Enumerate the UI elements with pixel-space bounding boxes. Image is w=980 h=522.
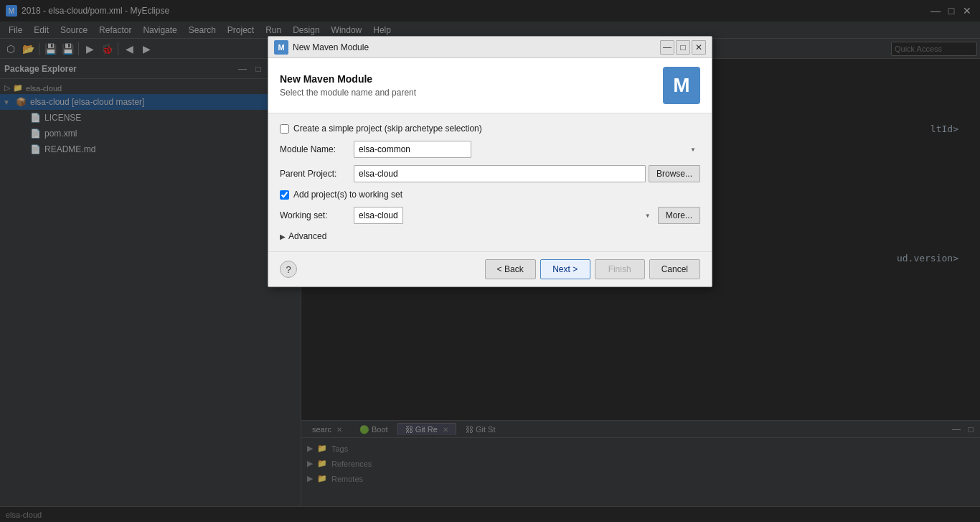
simple-project-label[interactable]: Create a simple project (skip archetype … — [293, 123, 482, 134]
dialog-footer-buttons: < Back Next > Finish Cancel — [485, 259, 700, 279]
dialog-title-buttons: — □ ✕ — [660, 40, 706, 55]
browse-button[interactable]: Browse... — [649, 165, 700, 182]
dialog-overlay: M New Maven Module — □ ✕ New Maven Modul… — [0, 0, 980, 522]
new-maven-module-dialog: M New Maven Module — □ ✕ New Maven Modul… — [268, 36, 712, 287]
dialog-restore-button[interactable]: □ — [676, 40, 690, 55]
simple-project-checkbox[interactable] — [280, 124, 289, 134]
parent-project-row: Parent Project: Browse... — [280, 165, 700, 182]
dialog-minimize-button[interactable]: — — [660, 40, 674, 55]
next-button[interactable]: Next > — [540, 259, 590, 279]
help-button[interactable]: ? — [280, 261, 297, 278]
more-button[interactable]: More... — [658, 207, 700, 224]
working-set-checkbox-row: Add project(s) to working set — [280, 190, 700, 200]
dialog-footer: ? < Back Next > Finish Cancel — [268, 251, 712, 286]
finish-button: Finish — [595, 259, 645, 279]
working-set-row: Working set: elsa-cloud More... — [280, 207, 700, 224]
dialog-header-subtitle: Select the module name and parent — [280, 88, 654, 98]
dialog-header-icon: M — [663, 67, 700, 104]
back-button[interactable]: < Back — [485, 259, 536, 279]
dialog-header: New Maven Module Select the module name … — [268, 58, 712, 113]
working-set-dropdown[interactable]: elsa-cloud — [354, 207, 403, 224]
parent-project-input[interactable] — [354, 165, 646, 182]
advanced-label: Advanced — [288, 231, 326, 241]
dialog-header-text: New Maven Module Select the module name … — [280, 73, 654, 98]
dialog-close-button[interactable]: ✕ — [692, 40, 706, 55]
dialog-title-text: New Maven Module — [293, 42, 656, 52]
working-set-dropdown-wrapper: elsa-cloud — [354, 207, 655, 224]
cancel-button[interactable]: Cancel — [649, 259, 700, 279]
dialog-title-bar: M New Maven Module — □ ✕ — [268, 37, 712, 58]
working-set-checkbox[interactable] — [280, 190, 289, 200]
module-name-label: Module Name: — [280, 144, 348, 154]
module-name-input[interactable] — [354, 141, 471, 158]
dialog-header-title: New Maven Module — [280, 73, 654, 85]
parent-project-label: Parent Project: — [280, 169, 348, 179]
advanced-row[interactable]: ▶ Advanced — [280, 231, 700, 241]
module-name-wrapper — [354, 141, 700, 158]
working-set-label: Working set: — [280, 210, 348, 220]
dialog-body: Create a simple project (skip archetype … — [268, 113, 712, 251]
module-name-row: Module Name: — [280, 141, 700, 158]
working-set-checkbox-label[interactable]: Add project(s) to working set — [293, 190, 402, 200]
working-set-input-group: elsa-cloud More... — [354, 207, 700, 224]
parent-project-input-group: Browse... — [354, 165, 700, 182]
simple-project-row: Create a simple project (skip archetype … — [280, 123, 700, 134]
dialog-maven-icon-label: M — [673, 74, 689, 97]
dialog-title-icon: M — [274, 40, 288, 55]
advanced-arrow-icon: ▶ — [280, 233, 286, 241]
